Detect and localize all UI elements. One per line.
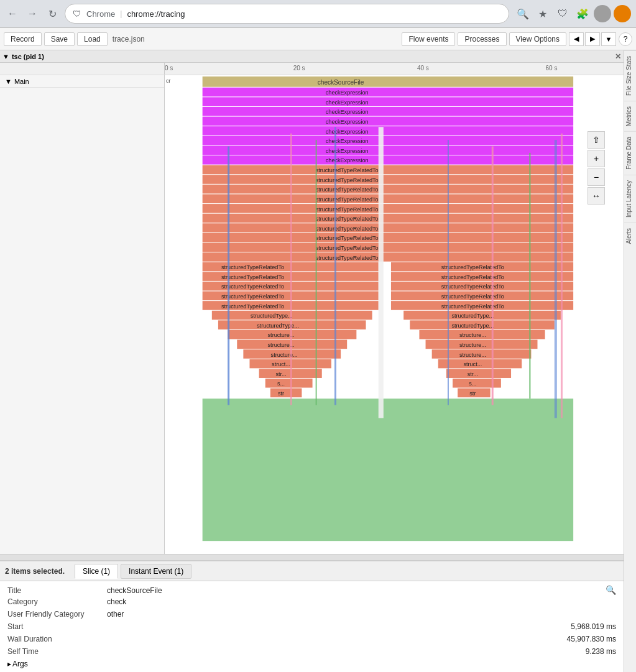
save-button[interactable]: Save (44, 32, 75, 46)
svg-text:checkExpression: checkExpression (326, 129, 369, 135)
self-time-value: 9.238 ms (586, 647, 616, 656)
account-button[interactable] (614, 5, 631, 22)
svg-text:structuredTypeRelatedTo: structuredTypeRelatedTo (221, 293, 284, 300)
app-toolbar: Record Save Load trace.json Flow events … (0, 28, 636, 50)
items-selected-label: 2 items selected. (5, 567, 65, 576)
search-button[interactable]: 🔍 (514, 5, 532, 22)
wall-duration-key: Wall Duration (7, 635, 107, 643)
zoom-fit-button[interactable]: ⇧ (588, 131, 605, 149)
frame-data-button[interactable]: Frame Data (624, 131, 636, 175)
wall-duration-value: 45,907.830 ms (567, 635, 616, 643)
svg-text:checkExpression: checkExpression (326, 157, 369, 163)
close-process-button[interactable]: ✕ (615, 52, 621, 61)
svg-rect-100 (379, 127, 384, 418)
category-value: check (107, 597, 616, 606)
slice-tab[interactable]: Slice (1) (75, 564, 118, 579)
profile-button[interactable] (594, 5, 611, 22)
svg-rect-15 (203, 145, 573, 155)
svg-rect-23 (203, 185, 573, 194)
svg-rect-97 (290, 134, 292, 405)
svg-text:structuredTypeRelatedTo: structuredTypeRelatedTo (316, 206, 379, 212)
alerts-button[interactable]: Alerts (624, 223, 636, 249)
reload-button[interactable]: ↻ (45, 6, 60, 21)
svg-text:checkSourceFile: checkSourceFile (318, 78, 364, 85)
time-tick-40: 40 s (417, 65, 429, 71)
main-thread-label[interactable]: ▼ Main (0, 75, 164, 88)
svg-text:checkExpression: checkExpression (326, 138, 369, 144)
track-labels: ▼ Main (0, 75, 165, 554)
args-key[interactable]: ▸ Args (7, 660, 107, 668)
svg-text:structuredTypeRelatedTo: structuredTypeRelatedTo (316, 177, 379, 183)
nav-arrows: ◀ ▶ ▼ (569, 32, 616, 46)
svg-rect-19 (203, 165, 573, 175)
svg-text:structure...: structure... (459, 342, 486, 348)
extensions-button[interactable]: 🧩 (574, 5, 591, 22)
browser-toolbar: ← → ↻ 🛡 Chrome | chrome://tracing 🔍 ★ 🛡 … (0, 0, 636, 27)
svg-rect-21 (203, 175, 573, 184)
url-text: chrome://tracing (127, 9, 185, 19)
svg-rect-13 (203, 136, 573, 145)
svg-text:structure...: structure... (268, 342, 295, 348)
title-key: Title (7, 586, 107, 595)
toolbar-icons: 🔍 ★ 🛡 🧩 (514, 5, 631, 22)
svg-text:structure...: structure... (459, 352, 486, 358)
magnify-icon[interactable]: 🔍 (606, 585, 616, 595)
filename-text: trace.json (113, 35, 145, 44)
view-options-button[interactable]: View Options (509, 32, 566, 46)
nav-left-button[interactable]: ◀ (569, 32, 584, 46)
zoom-out-button[interactable]: − (588, 168, 605, 186)
start-value: 5,968.019 ms (571, 622, 616, 631)
svg-rect-71 (259, 369, 322, 378)
metrics-button[interactable]: Metrics (624, 101, 636, 131)
svg-text:structuredTypeRelatedTo: structuredTypeRelatedTo (441, 303, 504, 309)
processes-button[interactable]: Processes (458, 32, 506, 46)
svg-text:structuredType...: structuredType... (452, 323, 494, 329)
flame-chart[interactable]: cr checkSourceFile checkExpression check… (165, 75, 624, 554)
svg-rect-37 (203, 252, 573, 262)
wall-duration-row: Wall Duration 45,907.830 ms (0, 633, 624, 646)
thread-collapse-icon[interactable]: ▼ (5, 78, 12, 85)
nav-right-button[interactable]: ▶ (585, 32, 600, 46)
user-friendly-value: other (107, 610, 616, 619)
shield-button[interactable]: 🛡 (554, 5, 571, 22)
record-button[interactable]: Record (4, 32, 42, 46)
input-latency-button[interactable]: Input Latency (624, 175, 636, 223)
nav-more-button[interactable]: ▼ (601, 32, 616, 46)
process-collapse-icon[interactable]: ▼ (2, 53, 9, 60)
svg-rect-75 (270, 389, 302, 398)
zoom-in-button[interactable]: + (588, 150, 605, 167)
time-tick-20: 20 s (293, 65, 305, 71)
svg-text:cr: cr (166, 78, 171, 84)
flow-events-button[interactable]: Flow events (402, 32, 455, 46)
help-button[interactable]: ? (619, 32, 632, 46)
file-size-stats-button[interactable]: File Size Stats (624, 50, 636, 101)
bookmark-button[interactable]: ★ (534, 5, 551, 22)
details-tabs: 2 items selected. Slice (1) Instant Even… (0, 561, 624, 581)
svg-rect-11 (203, 126, 573, 136)
svg-text:s...: s... (469, 380, 476, 387)
category-row: Category check (0, 596, 624, 609)
load-button[interactable]: Load (77, 32, 108, 46)
svg-text:structuredTypeRelatedTo: structuredTypeRelatedTo (316, 245, 379, 251)
args-row: ▸ Args (0, 658, 624, 670)
svg-text:structure...: structure... (268, 332, 295, 338)
scrollbar[interactable] (0, 554, 624, 560)
svg-text:struct...: struct... (463, 361, 482, 367)
back-button[interactable]: ← (5, 6, 20, 21)
instant-event-tab[interactable]: Instant Event (1) (121, 564, 191, 579)
zoom-fit-width-button[interactable]: ↔ (588, 187, 605, 205)
svg-text:structuredTypeRelatedTo: structuredTypeRelatedTo (441, 264, 504, 270)
svg-rect-104 (555, 140, 557, 418)
svg-text:structure...: structure... (271, 352, 298, 358)
forward-button[interactable]: → (25, 6, 40, 21)
address-bar[interactable]: 🛡 Chrome | chrome://tracing (65, 4, 509, 24)
svg-text:str: str (469, 390, 476, 397)
trace-container: ▼ tsc (pid 1) ✕ 0 s 20 s 40 s 60 s ▼ Mai… (0, 50, 624, 672)
svg-rect-25 (203, 194, 573, 203)
svg-rect-69 (249, 359, 331, 369)
svg-text:structuredTypeRelatedTo: structuredTypeRelatedTo (316, 226, 379, 232)
svg-rect-89 (446, 369, 511, 378)
svg-text:structuredTypeRelatedTo: structuredTypeRelatedTo (316, 235, 379, 241)
details-panel: 2 items selected. Slice (1) Instant Even… (0, 560, 624, 672)
title-value: checkSourceFile (107, 586, 603, 595)
